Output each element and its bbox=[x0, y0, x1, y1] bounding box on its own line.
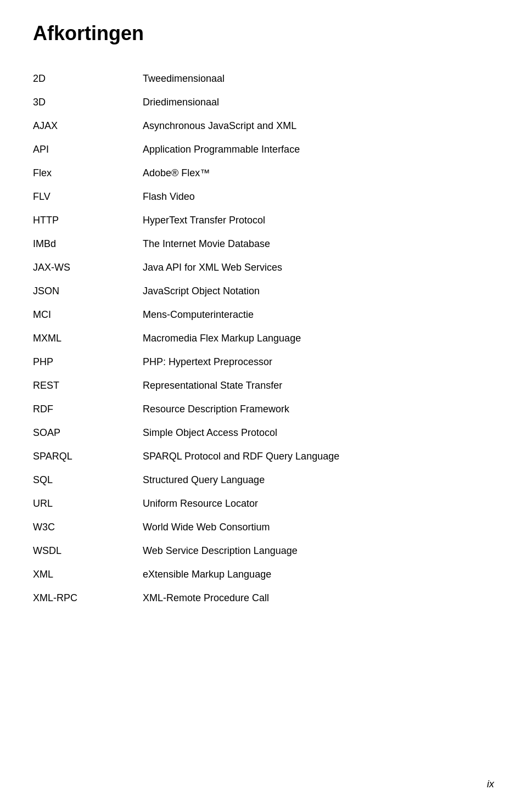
table-row: 3DDriedimensionaal bbox=[33, 91, 494, 114]
abbreviation-term: 2D bbox=[33, 67, 143, 91]
abbreviation-term: MXML bbox=[33, 327, 143, 350]
abbreviation-definition: Asynchronous JavaScript and XML bbox=[143, 114, 494, 138]
abbreviation-definition: PHP: Hypertext Preprocessor bbox=[143, 350, 494, 374]
abbreviation-definition: Adobe® Flex™ bbox=[143, 161, 494, 185]
abbreviation-definition: eXtensible Markup Language bbox=[143, 563, 494, 586]
abbreviation-term: IMBd bbox=[33, 232, 143, 256]
abbreviation-term: XML-RPC bbox=[33, 586, 143, 610]
abbreviation-definition: Web Service Description Language bbox=[143, 539, 494, 563]
abbreviation-term: XML bbox=[33, 563, 143, 586]
table-row: 2DTweedimensionaal bbox=[33, 67, 494, 91]
table-row: XMLeXtensible Markup Language bbox=[33, 563, 494, 586]
abbreviation-definition: Java API for XML Web Services bbox=[143, 256, 494, 279]
table-row: HTTPHyperText Transfer Protocol bbox=[33, 209, 494, 232]
page-number: ix bbox=[487, 779, 494, 790]
abbreviation-term: WSDL bbox=[33, 539, 143, 563]
abbreviation-term: JSON bbox=[33, 279, 143, 303]
abbreviation-term: HTTP bbox=[33, 209, 143, 232]
abbreviation-definition: Driedimensionaal bbox=[143, 91, 494, 114]
table-row: SOAPSimple Object Access Protocol bbox=[33, 421, 494, 445]
abbreviation-definition: JavaScript Object Notation bbox=[143, 279, 494, 303]
abbreviations-table: 2DTweedimensionaal3DDriedimensionaalAJAX… bbox=[33, 67, 494, 610]
table-row: W3CWorld Wide Web Consortium bbox=[33, 516, 494, 539]
abbreviation-term: 3D bbox=[33, 91, 143, 114]
table-row: FlexAdobe® Flex™ bbox=[33, 161, 494, 185]
table-row: MXMLMacromedia Flex Markup Language bbox=[33, 327, 494, 350]
page-title: Afkortingen bbox=[33, 22, 494, 45]
abbreviation-term: URL bbox=[33, 492, 143, 516]
abbreviation-definition: Mens-Computerinteractie bbox=[143, 303, 494, 327]
abbreviation-term: SOAP bbox=[33, 421, 143, 445]
table-row: JSON JavaScript Object Notation bbox=[33, 279, 494, 303]
abbreviation-definition: HyperText Transfer Protocol bbox=[143, 209, 494, 232]
abbreviation-definition: Uniform Resource Locator bbox=[143, 492, 494, 516]
table-row: SPARQLSPARQL Protocol and RDF Query Lang… bbox=[33, 445, 494, 468]
abbreviation-term: REST bbox=[33, 374, 143, 397]
table-row: RDFResource Description Framework bbox=[33, 397, 494, 421]
abbreviation-definition: SPARQL Protocol and RDF Query Language bbox=[143, 445, 494, 468]
abbreviation-term: Flex bbox=[33, 161, 143, 185]
table-row: RESTRepresentational State Transfer bbox=[33, 374, 494, 397]
abbreviation-definition: Tweedimensionaal bbox=[143, 67, 494, 91]
abbreviation-definition: Flash Video bbox=[143, 185, 494, 209]
abbreviation-term: AJAX bbox=[33, 114, 143, 138]
abbreviation-term: W3C bbox=[33, 516, 143, 539]
abbreviation-definition: XML-Remote Procedure Call bbox=[143, 586, 494, 610]
table-row: SQLStructured Query Language bbox=[33, 468, 494, 492]
abbreviation-definition: Application Programmable Interface bbox=[143, 138, 494, 161]
abbreviation-term: JAX-WS bbox=[33, 256, 143, 279]
table-row: XML-RPCXML-Remote Procedure Call bbox=[33, 586, 494, 610]
abbreviation-term: FLV bbox=[33, 185, 143, 209]
abbreviation-definition: Structured Query Language bbox=[143, 468, 494, 492]
abbreviation-definition: The Internet Movie Database bbox=[143, 232, 494, 256]
table-row: MCIMens-Computerinteractie bbox=[33, 303, 494, 327]
abbreviation-term: PHP bbox=[33, 350, 143, 374]
table-row: URLUniform Resource Locator bbox=[33, 492, 494, 516]
abbreviation-definition: Macromedia Flex Markup Language bbox=[143, 327, 494, 350]
abbreviation-definition: Simple Object Access Protocol bbox=[143, 421, 494, 445]
table-row: IMBdThe Internet Movie Database bbox=[33, 232, 494, 256]
table-row: AJAXAsynchronous JavaScript and XML bbox=[33, 114, 494, 138]
abbreviation-term: SPARQL bbox=[33, 445, 143, 468]
table-row: JAX-WSJava API for XML Web Services bbox=[33, 256, 494, 279]
table-row: PHPPHP: Hypertext Preprocessor bbox=[33, 350, 494, 374]
table-row: APIApplication Programmable Interface bbox=[33, 138, 494, 161]
abbreviation-definition: World Wide Web Consortium bbox=[143, 516, 494, 539]
abbreviation-definition: Resource Description Framework bbox=[143, 397, 494, 421]
abbreviation-term: RDF bbox=[33, 397, 143, 421]
abbreviation-term: MCI bbox=[33, 303, 143, 327]
abbreviation-definition: Representational State Transfer bbox=[143, 374, 494, 397]
abbreviation-term: SQL bbox=[33, 468, 143, 492]
table-row: FLVFlash Video bbox=[33, 185, 494, 209]
table-row: WSDLWeb Service Description Language bbox=[33, 539, 494, 563]
abbreviation-term: API bbox=[33, 138, 143, 161]
